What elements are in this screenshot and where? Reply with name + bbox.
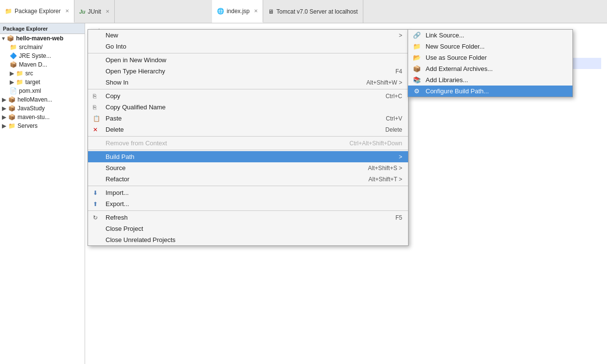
context-menu: New > Go Into Open in New Window Open Ty… [88, 29, 409, 246]
menu-item-remove-context[interactable]: Remove from Context Ctrl+Alt+Shift+Down [88, 138, 408, 149]
remove-context-label: Remove from Context [106, 139, 167, 147]
tree-item-maven-stu[interactable]: ▶ 📦 maven-stu... [0, 113, 85, 121]
delete-label: Delete [106, 126, 124, 133]
menu-item-refresh[interactable]: ↻ Refresh F5 [88, 212, 408, 223]
menu-item-close-project[interactable]: Close Project [88, 223, 408, 234]
copy-shortcut: Ctrl+C [366, 93, 402, 100]
add-libraries-label: Add Libraries... [426, 76, 468, 84]
submenu-build-path: 🔗 Link Source... 📁 New Source Folder... … [408, 29, 573, 97]
tab-tomcat-label: Tomcat v7.0 Server at localhost [276, 8, 357, 15]
tab-junit-close[interactable]: ✕ [106, 9, 109, 14]
tab-tomcat[interactable]: 🖥 Tomcat v7.0 Server at localhost [263, 0, 363, 23]
tree-item-servers[interactable]: ▶ 📁 Servers [0, 121, 85, 130]
submenu-item-configure-build-path[interactable]: ⚙ Configure Build Path... [408, 86, 572, 97]
export-label: Export... [106, 200, 129, 208]
menu-item-build-path[interactable]: Build Path > [88, 151, 408, 162]
source-shortcut: Alt+Shift+S > [349, 165, 402, 172]
menu-item-open-type-hierarchy[interactable]: Open Type Hierarchy F4 [88, 66, 408, 77]
refresh-shortcut: F5 [376, 214, 402, 221]
tree-item-jre[interactable]: 🔷 JRE Syste... [0, 52, 85, 60]
tree-item-hellomaven[interactable]: ▶ 📦 helloMaven... [0, 95, 85, 104]
tree-item-src[interactable]: ▶ 📁 src [0, 69, 85, 78]
menu-item-paste[interactable]: 📋 Paste Ctrl+V [88, 113, 408, 124]
tab-index-jsp[interactable]: 🌐 index.jsp ✕ [212, 0, 263, 23]
add-external-icon: 📦 [412, 65, 422, 73]
maven-icon: 📦 [10, 61, 17, 68]
menu-item-source[interactable]: Source Alt+Shift+S > [88, 162, 408, 173]
menu-item-delete[interactable]: ✕ Delete Delete [88, 124, 408, 135]
menu-item-open-new-window[interactable]: Open in New Window [88, 54, 408, 66]
refresh-label: Refresh [106, 214, 128, 221]
tree-item-target[interactable]: ▶ 📁 target [0, 78, 85, 87]
paste-shortcut: Ctrl+V [366, 115, 402, 122]
close-unrelated-label: Close Unrelated Projects [106, 236, 176, 243]
separator-2 [88, 89, 408, 89]
copy-qualified-label: Copy Qualified Name [106, 104, 166, 111]
menu-item-copy-qualified[interactable]: ⎘ Copy Qualified Name [88, 102, 408, 113]
arrow-javastudy: ▶ [2, 105, 6, 112]
menu-item-export[interactable]: ⬆ Export... [88, 198, 408, 209]
arrow-icon: ▾ [2, 35, 5, 42]
tab-package-explorer[interactable]: 📁 Package Explorer ✕ [0, 0, 74, 23]
add-libraries-icon: 📚 [412, 76, 422, 84]
menu-item-copy[interactable]: ⎘ Copy Ctrl+C [88, 90, 408, 102]
tree-item-pom[interactable]: 📄 pom.xml [0, 87, 85, 95]
show-in-shortcut: Alt+Shift+W > [347, 79, 402, 86]
copy-icon: ⎘ [93, 93, 96, 100]
new-arrow: > [286, 32, 402, 39]
separator-4 [88, 150, 408, 150]
refactor-label: Refactor [106, 175, 129, 183]
submenu-item-use-as-source[interactable]: 📂 Use as Source Folder [408, 52, 572, 63]
tree-item-hello-maven[interactable]: ▾ 📦 hello-maven-web [0, 34, 85, 43]
tab-index-jsp-close[interactable]: ✕ [254, 8, 258, 14]
submenu-item-link-source[interactable]: 🔗 Link Source... [408, 30, 572, 41]
tab-junit[interactable]: Ju JUnit ✕ [74, 0, 115, 23]
menu-item-close-unrelated[interactable]: Close Unrelated Projects [88, 234, 408, 245]
go-into-label: Go Into [106, 43, 126, 50]
menu-item-new[interactable]: New > [88, 30, 408, 41]
refresh-icon: ↻ [93, 214, 98, 221]
tree-item-src-main[interactable]: 📁 src/main/ [0, 43, 85, 52]
menu-item-go-into[interactable]: Go Into [88, 41, 408, 52]
servers-icon: 📁 [8, 122, 16, 129]
tomcat-icon: 🖥 [268, 8, 274, 15]
separator-3 [88, 136, 408, 137]
show-in-label: Show In [106, 79, 128, 86]
import-label: Import... [106, 189, 129, 196]
submenu-item-new-source-folder[interactable]: 📁 New Source Folder... [408, 41, 572, 52]
submenu-item-add-libraries[interactable]: 📚 Add Libraries... [408, 74, 572, 86]
menu-item-import[interactable]: ⬇ Import... [88, 187, 408, 198]
menu-item-show-in[interactable]: Show In Alt+Shift+W > [88, 77, 408, 88]
separator-1 [88, 53, 408, 53]
tab-package-explorer-label: Package Explorer [15, 8, 61, 15]
build-path-label: Build Path [106, 153, 134, 160]
project4-icon: 📦 [8, 114, 16, 121]
delete-icon: ✕ [93, 126, 98, 133]
link-source-label: Link Source... [426, 32, 464, 39]
target-icon: 📁 [16, 79, 23, 86]
arrow-maven-stu: ▶ [2, 114, 6, 121]
source-label: Source [106, 164, 125, 172]
separator-6 [88, 210, 408, 211]
arrow-icon-src: ▶ [10, 70, 14, 77]
tab-package-explorer-close[interactable]: ✕ [65, 8, 69, 14]
tree-item-javastudy[interactable]: ▶ 📦 JavaStudy [0, 104, 85, 113]
configure-build-icon: ⚙ [412, 87, 422, 95]
tab-bar: 📁 Package Explorer ✕ Ju JUnit ✕ 🌐 index.… [0, 0, 607, 23]
menu-item-refactor[interactable]: Refactor Alt+Shift+T > [88, 173, 408, 185]
submenu-item-add-external[interactable]: 📦 Add External Archives... [408, 63, 572, 74]
junit-icon: Ju [79, 9, 86, 15]
tree-item-maven[interactable]: 📦 Maven D... [0, 60, 85, 69]
index-jsp-icon: 🌐 [217, 8, 224, 15]
new-source-folder-label: New Source Folder... [426, 43, 484, 50]
project2-icon: 📦 [8, 96, 16, 103]
remove-context-shortcut: Ctrl+Alt+Shift+Down [330, 140, 402, 147]
use-as-source-label: Use as Source Folder [426, 54, 487, 61]
package-explorer-panel: Package Explorer ▾ 📦 hello-maven-web 📁 s… [0, 23, 85, 364]
src-icon: 📁 [16, 70, 23, 77]
tab-junit-label: JUnit [88, 8, 101, 15]
xml-icon: 📄 [10, 87, 17, 94]
project3-icon: 📦 [8, 105, 16, 112]
close-project-label: Close Project [106, 225, 143, 232]
new-label: New [106, 32, 118, 39]
